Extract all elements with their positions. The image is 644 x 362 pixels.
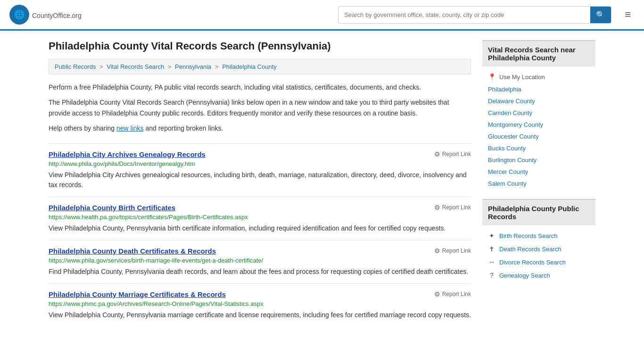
nearby-link[interactable]: Bucks County (482, 142, 595, 154)
records-container: Philadelphia City Archives Genealogy Rec… (49, 143, 471, 327)
record-desc: View Philadelphia County, Pennsylvania m… (49, 310, 471, 320)
breadcrumb: Public Records > Vital Records Search > … (49, 59, 471, 74)
public-records-items: ✦ Birth Records Search ✝ Death Records S… (482, 229, 595, 282)
nearby-section-header: Vital Records Search near Philadelphia C… (482, 40, 595, 66)
logo[interactable]: 🌐 CountyOffice.org (9, 5, 82, 25)
record-entry: Philadelphia City Archives Genealogy Rec… (49, 143, 471, 197)
nearby-link[interactable]: Philadelphia (482, 83, 595, 95)
content-area: Philadelphia County Vital Records Search… (49, 40, 471, 327)
menu-icon[interactable]: ≡ (621, 7, 635, 23)
record-entry: Philadelphia County Marriage Certificate… (49, 283, 471, 327)
nearby-link[interactable]: Camden County (482, 107, 595, 119)
death-icon: ✝ (488, 245, 495, 253)
record-entry: Philadelphia County Birth Certificates ⚙… (49, 197, 471, 240)
record-url[interactable]: https://www.phmc.pa.gov/Archives/Researc… (49, 300, 471, 307)
record-url[interactable]: https://www.phila.gov/services/birth-mar… (49, 257, 471, 264)
public-record-label: Genealogy Search (499, 272, 550, 279)
report-icon: ⚙ (434, 204, 440, 211)
record-url[interactable]: http://www.phila.gov/phils/Docs/Inventor… (49, 160, 471, 167)
breadcrumb-pennsylvania[interactable]: Pennsylvania (175, 63, 211, 70)
help-text: Help others by sharing new links and rep… (49, 123, 471, 133)
record-title[interactable]: Philadelphia City Archives Genealogy Rec… (49, 150, 206, 158)
record-title[interactable]: Philadelphia County Birth Certificates (49, 204, 175, 212)
nearby-link[interactable]: Delaware County (482, 95, 595, 107)
nearby-link[interactable]: Gloucester County (482, 131, 595, 142)
breadcrumb-philadelphia[interactable]: Philadelphia County (222, 63, 277, 70)
public-record-item[interactable]: ✝ Death Records Search (482, 242, 595, 255)
nearby-link[interactable]: Burlington County (482, 154, 595, 166)
birth-icon: ✦ (488, 232, 495, 239)
report-icon: ⚙ (434, 290, 440, 298)
description-1: Perform a free Philadelphia County, PA p… (49, 82, 471, 92)
logo-icon: 🌐 (9, 5, 29, 25)
search-input[interactable] (339, 8, 590, 22)
page-title: Philadelphia County Vital Records Search… (49, 40, 471, 52)
public-records-section: Philadelphia County Public Records ✦ Bir… (482, 199, 595, 282)
nearby-link[interactable]: Mercer County (482, 166, 595, 178)
breadcrumb-vital-records[interactable]: Vital Records Search (107, 63, 164, 70)
new-links[interactable]: new links (116, 124, 144, 132)
search-bar: 🔍 (338, 6, 611, 24)
sidebar: Vital Records Search near Philadelphia C… (482, 40, 595, 327)
record-url[interactable]: https://www.health.pa.gov/topics/certifi… (49, 214, 471, 221)
header: 🌐 CountyOffice.org 🔍 ≡ (0, 0, 644, 31)
public-record-item[interactable]: ✦ Birth Records Search (482, 229, 595, 242)
genealogy-icon: ? (488, 272, 495, 279)
record-entry: Philadelphia County Death Certificates &… (49, 240, 471, 283)
divorce-icon: ↔ (488, 258, 495, 266)
record-title[interactable]: Philadelphia County Marriage Certificate… (49, 290, 226, 298)
breadcrumb-public-records[interactable]: Public Records (55, 63, 96, 70)
record-title[interactable]: Philadelphia County Death Certificates &… (49, 247, 216, 255)
report-icon: ⚙ (434, 150, 440, 158)
location-icon: 📍 (488, 73, 495, 81)
nearby-link[interactable]: Salem County (482, 178, 595, 189)
public-record-item[interactable]: ? Genealogy Search (482, 269, 595, 282)
public-records-header: Philadelphia County Public Records (482, 199, 595, 225)
use-location-label: Use My Location (499, 74, 545, 81)
description-2: The Philadelphia County Vital Records Se… (49, 97, 471, 118)
report-link[interactable]: ⚙ Report Link (434, 204, 471, 211)
record-desc: View Philadelphia City Archives genealog… (49, 170, 471, 190)
public-record-label: Divorce Records Search (499, 259, 566, 266)
search-button[interactable]: 🔍 (590, 7, 611, 23)
use-my-location[interactable]: 📍 Use My Location (482, 70, 595, 83)
nearby-link[interactable]: Montgomery County (482, 119, 595, 131)
main-container: Philadelphia County Vital Records Search… (39, 31, 605, 336)
public-record-label: Death Records Search (499, 246, 561, 253)
public-record-item[interactable]: ↔ Divorce Records Search (482, 255, 595, 269)
nearby-links: PhiladelphiaDelaware CountyCamden County… (482, 83, 595, 189)
report-link[interactable]: ⚙ Report Link (434, 247, 471, 255)
report-link[interactable]: ⚙ Report Link (434, 290, 471, 298)
record-desc: Find Philadelphia County, Pennsylvania d… (49, 267, 471, 277)
logo-text: CountyOffice.org (32, 9, 82, 20)
report-link[interactable]: ⚙ Report Link (434, 150, 471, 158)
record-desc: View Philadelphia County, Pennsylvania b… (49, 223, 471, 233)
report-icon: ⚙ (434, 247, 440, 255)
nearby-section: Vital Records Search near Philadelphia C… (482, 40, 595, 189)
public-record-label: Birth Records Search (499, 232, 558, 239)
